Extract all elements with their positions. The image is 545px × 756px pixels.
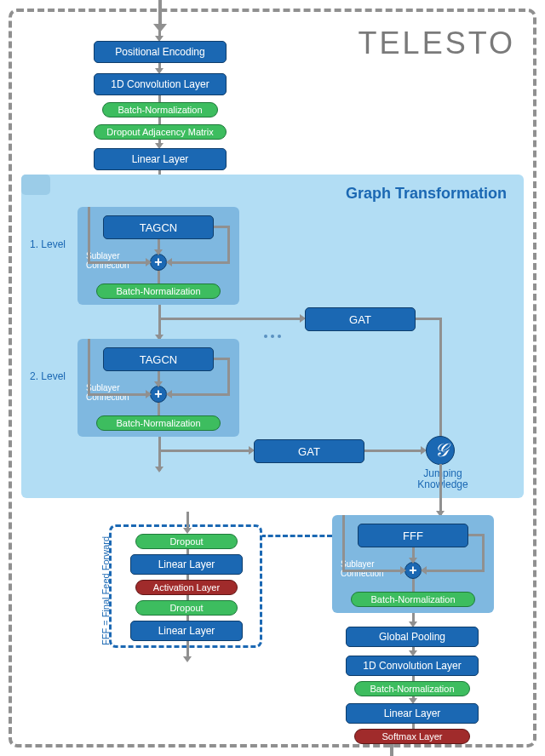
linear-block: Linear Layer (346, 703, 479, 724)
batch-norm-block: Batch-Normalization (102, 102, 218, 117)
softmax-block: Softmax Layer (354, 729, 470, 744)
fff-block: FFF (358, 524, 468, 547)
residual-add-icon: + (404, 562, 422, 579)
conv1d-block: 1D Convolution Layer (94, 73, 227, 95)
positional-encoding-block: Positional Encoding (94, 41, 227, 63)
flow-line (412, 579, 415, 592)
model-title: TELESTO (359, 26, 515, 61)
fff-panel: FFF Sublayer Connection + Batch-Normaliz… (332, 515, 494, 613)
flow-line (158, 117, 161, 124)
flow-line (342, 515, 345, 571)
arrowhead (400, 566, 406, 575)
flow-line (422, 570, 485, 572)
jk-symbol: 𝒢 (433, 439, 447, 461)
ellipsis-block (21, 175, 50, 195)
jumping-knowledge-node: 𝒢 (426, 436, 455, 465)
linear-block: Linear Layer (94, 148, 227, 170)
graph-transformation-panel: Graph Transformation 1. Level TAGCN Subl… (21, 175, 524, 498)
fff-definition-label: FFF = Final Feed Forward (100, 536, 111, 645)
flow-line (439, 464, 442, 515)
arrowhead (409, 558, 417, 564)
linear-block: Linear Layer (130, 554, 243, 575)
batch-norm-block: Batch-Normalization (351, 592, 475, 607)
fff-detail-panel: Dropout Linear Layer Activation Layer Dr… (109, 524, 262, 648)
flow-line (482, 534, 485, 571)
arrowhead (183, 528, 192, 534)
dropout-adj-block: Dropout Adjacency Matrix (94, 124, 227, 140)
arrowhead (421, 566, 427, 575)
conv1d-block: 1D Convolution Layer (346, 656, 479, 676)
dashed-link (261, 535, 332, 537)
dropout-block: Dropout (135, 600, 238, 616)
dropout-block: Dropout (135, 534, 238, 549)
flow-line (158, 95, 161, 102)
arrowhead (183, 656, 192, 662)
linear-block: Linear Layer (130, 621, 243, 641)
input-arrow (158, 0, 162, 26)
flow-line (342, 570, 404, 572)
activation-block: Activation Layer (135, 580, 238, 595)
batch-norm-block: Batch-Normalization (354, 681, 470, 696)
sublayer-label: Sublayer Connection (341, 559, 384, 578)
global-pooling-block: Global Pooling (346, 627, 479, 647)
jumping-knowledge-label: Jumping Knowledge (413, 468, 473, 490)
